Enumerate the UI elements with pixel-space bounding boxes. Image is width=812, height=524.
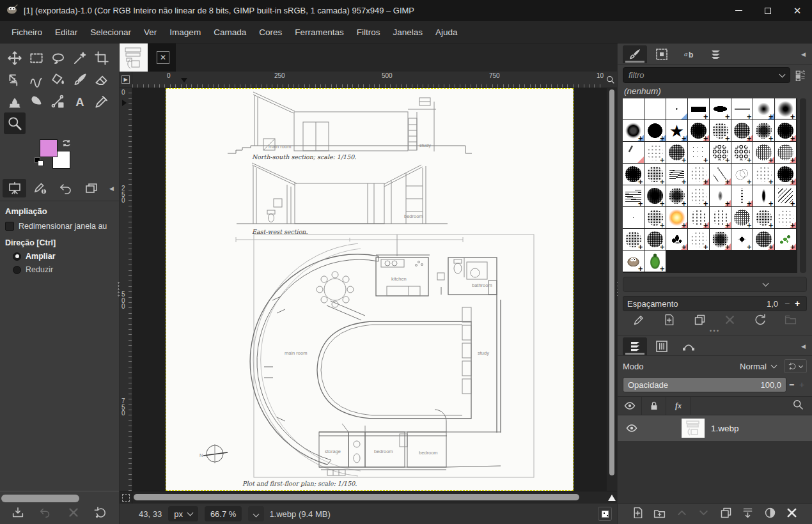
brush-item-35[interactable]: + [688, 185, 710, 207]
duplicate-layer-button[interactable] [719, 506, 733, 522]
lower-layer-button[interactable] [697, 506, 710, 522]
tab-brushes[interactable] [623, 45, 647, 63]
zoom-out-radio[interactable] [13, 266, 21, 274]
dock-menu-icon[interactable]: ◀ [799, 50, 808, 59]
tab-paths[interactable] [676, 337, 701, 355]
add-mask-button[interactable] [763, 506, 777, 522]
smudge-tool-button[interactable] [26, 91, 47, 112]
brush-item-31[interactable]: + [775, 164, 797, 185]
brush-item-12[interactable]: + [710, 120, 731, 142]
brush-item-14[interactable]: + [753, 120, 775, 142]
menu-ficheiro[interactable]: Ficheiro [5, 21, 49, 43]
brush-item-0[interactable] [623, 98, 644, 120]
delete-layer-button[interactable] [785, 506, 799, 522]
new-group-button[interactable] [653, 506, 666, 522]
brush-item-55[interactable]: + [775, 229, 797, 250]
refresh-brushes-button[interactable] [753, 313, 767, 329]
brush-item-10[interactable]: + [666, 120, 688, 142]
brush-scrollbar[interactable] [800, 98, 806, 273]
crop-tool-button[interactable] [91, 47, 113, 69]
brush-item-2[interactable] [666, 98, 688, 120]
open-brush-as-image-button[interactable] [784, 313, 797, 329]
vertical-scrollbar[interactable] [607, 88, 617, 491]
menu-selecionar[interactable]: Selecionar [84, 21, 137, 43]
brush-item-39[interactable]: + [775, 185, 797, 207]
edit-brush-button[interactable] [632, 313, 646, 329]
raise-layer-button[interactable] [675, 506, 689, 522]
dock-menu-icon[interactable]: ◀ [799, 342, 808, 351]
default-colors-icon[interactable] [35, 157, 43, 166]
unit-dropdown[interactable]: px [168, 506, 198, 521]
spacing-increase-button[interactable]: + [792, 298, 802, 309]
foreground-color-swatch[interactable] [40, 139, 58, 157]
opacity-decrease-button[interactable]: − [786, 380, 797, 390]
reset-tool-options-button[interactable] [94, 505, 108, 522]
layer-row[interactable]: 1.webp [618, 415, 812, 441]
text-tool-button[interactable]: A [69, 91, 91, 112]
fuzzy-select-tool-button[interactable] [69, 47, 91, 69]
opacity-slider[interactable]: Opacidade 100,0 [623, 377, 786, 392]
menu-imagem[interactable]: Imagem [163, 21, 207, 43]
save-tool-preset-button[interactable] [11, 505, 25, 522]
brush-item-33[interactable]: + [644, 185, 666, 207]
swap-colors-icon[interactable] [61, 138, 72, 151]
new-brush-button[interactable] [662, 313, 676, 329]
zoom-dropdown[interactable]: 66.7 % [205, 506, 242, 521]
free-select-tool-button[interactable] [47, 47, 69, 69]
close-button[interactable]: ✕ [783, 0, 812, 21]
resize-window-checkbox[interactable] [5, 222, 14, 231]
brush-item-25[interactable]: + [644, 164, 666, 185]
menu-camada[interactable]: Camada [207, 21, 253, 43]
horizontal-scrollbar[interactable] [132, 491, 607, 504]
tab-undo-history[interactable] [54, 179, 77, 197]
layer-search-button[interactable] [792, 398, 812, 413]
duplicate-brush-button[interactable] [693, 313, 707, 329]
brush-item-26[interactable]: + [666, 164, 688, 185]
unified-transform-tool-button[interactable] [4, 69, 26, 91]
brush-item-15[interactable]: + [775, 120, 797, 142]
menu-editar[interactable]: Editar [49, 21, 84, 43]
eraser-tool-button[interactable] [91, 69, 113, 91]
new-layer-button[interactable] [631, 506, 644, 522]
brush-item-51[interactable]: + [688, 229, 710, 250]
brush-item-44[interactable]: + [710, 207, 731, 229]
brush-item-7[interactable]: + [775, 98, 797, 120]
brush-item-34[interactable]: + [666, 185, 688, 207]
ruler-corner[interactable]: ▶ [120, 72, 132, 88]
brush-item-20[interactable]: + [710, 142, 731, 164]
brush-item-38[interactable]: + [753, 185, 775, 207]
canvas-viewport[interactable]: main room study North-south section; sca… [132, 88, 607, 491]
tool-options-scrollbar[interactable] [1, 495, 79, 502]
brush-item-48[interactable]: + [623, 229, 644, 250]
tab-fonts[interactable]: ab [676, 45, 701, 63]
mode-options-button[interactable] [784, 359, 807, 373]
brush-item-49[interactable]: + [644, 229, 666, 250]
brush-item-6[interactable]: + [753, 98, 775, 120]
quick-mask-toggle[interactable] [120, 491, 132, 504]
brush-item-29[interactable]: + [731, 164, 753, 185]
brush-item-28[interactable]: + [710, 164, 731, 185]
layer-visible-eye-icon[interactable] [625, 422, 638, 435]
brush-item-5[interactable]: + [731, 98, 753, 120]
opacity-increase-button[interactable]: + [797, 380, 807, 390]
brush-item-27[interactable]: + [688, 164, 710, 185]
lock-effects-toggle[interactable]: fx [666, 397, 691, 415]
vertical-scrollbar-thumb[interactable] [609, 89, 614, 475]
bucket-fill-tool-button[interactable] [47, 69, 69, 91]
zoom-in-radio[interactable] [13, 252, 21, 261]
paths-tool-button[interactable] [47, 91, 69, 112]
brush-item-42[interactable]: + [666, 207, 688, 229]
brush-item-45[interactable]: + [731, 207, 753, 229]
layer-thumbnail[interactable] [682, 419, 705, 438]
restore-tool-preset-button[interactable] [38, 505, 52, 522]
tab-tool-options[interactable] [3, 179, 26, 197]
horizontal-ruler[interactable]: 0 250 500 750 10 [132, 72, 604, 88]
brush-item-18[interactable]: + [666, 142, 688, 164]
brush-preview-expander[interactable] [623, 277, 807, 292]
brush-item-57[interactable]: + [644, 250, 666, 272]
merge-layer-button[interactable] [741, 506, 754, 522]
brush-item-36[interactable]: + [710, 185, 731, 207]
brush-item-22[interactable]: + [753, 142, 775, 164]
brush-item-13[interactable]: + [731, 120, 753, 142]
layer-name[interactable]: 1.webp [711, 424, 739, 433]
